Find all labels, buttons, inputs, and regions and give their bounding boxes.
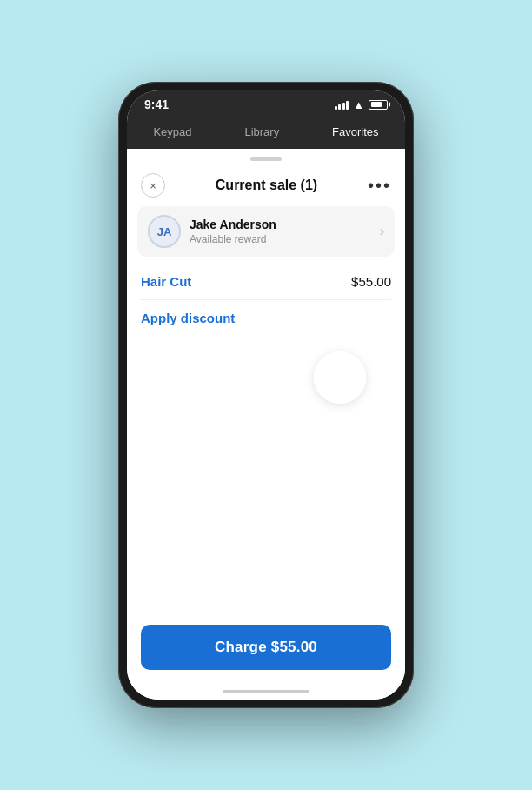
battery-icon: [369, 100, 388, 110]
bar1: [335, 106, 337, 110]
avatar: JA: [148, 215, 181, 248]
divider: [141, 299, 391, 300]
tab-library[interactable]: Library: [237, 124, 286, 140]
nav-tabs: Keypad Library Favorites: [127, 117, 405, 149]
phone-frame: 9:41 ▲ Keypad Library Favorites: [118, 82, 414, 708]
status-bar: 9:41 ▲: [127, 90, 405, 117]
close-button[interactable]: ×: [141, 173, 165, 198]
status-icons: ▲: [335, 98, 388, 111]
sale-item-name[interactable]: Hair Cut: [141, 274, 191, 289]
signal-bars-icon: [335, 99, 349, 110]
sale-item-price: $55.00: [351, 274, 391, 289]
bar4: [346, 101, 349, 110]
phone-screen: 9:41 ▲ Keypad Library Favorites: [127, 90, 405, 700]
bar3: [342, 103, 345, 110]
battery-fill: [371, 102, 382, 107]
more-options-button[interactable]: •••: [368, 177, 391, 194]
sheet-title: Current sale (1): [216, 177, 317, 193]
status-time: 9:41: [144, 97, 169, 111]
tab-favorites[interactable]: Favorites: [325, 124, 385, 140]
bar2: [338, 104, 341, 110]
customer-card[interactable]: JA Jake Anderson Available reward ›: [137, 206, 395, 257]
sheet-handle: [250, 157, 282, 161]
customer-reward-label: Available reward: [190, 233, 380, 245]
home-indicator: [127, 684, 405, 700]
home-bar: [223, 690, 309, 693]
bottom-sheet: × Current sale (1) ••• JA Jake Anderson …: [127, 149, 405, 700]
sale-item: Hair Cut $55.00: [141, 267, 391, 296]
charge-button[interactable]: Charge $55.00: [141, 625, 391, 670]
sale-content: Hair Cut $55.00 Apply discount: [127, 267, 405, 614]
charge-btn-wrap: Charge $55.00: [127, 614, 405, 684]
chevron-right-icon: ›: [380, 224, 384, 239]
wifi-icon: ▲: [353, 98, 364, 111]
customer-info: Jake Anderson Available reward: [190, 218, 380, 245]
apply-discount-button[interactable]: Apply discount: [141, 304, 235, 332]
customer-name: Jake Anderson: [190, 218, 380, 231]
tab-keypad[interactable]: Keypad: [146, 124, 198, 140]
sheet-header: × Current sale (1) •••: [127, 166, 405, 206]
